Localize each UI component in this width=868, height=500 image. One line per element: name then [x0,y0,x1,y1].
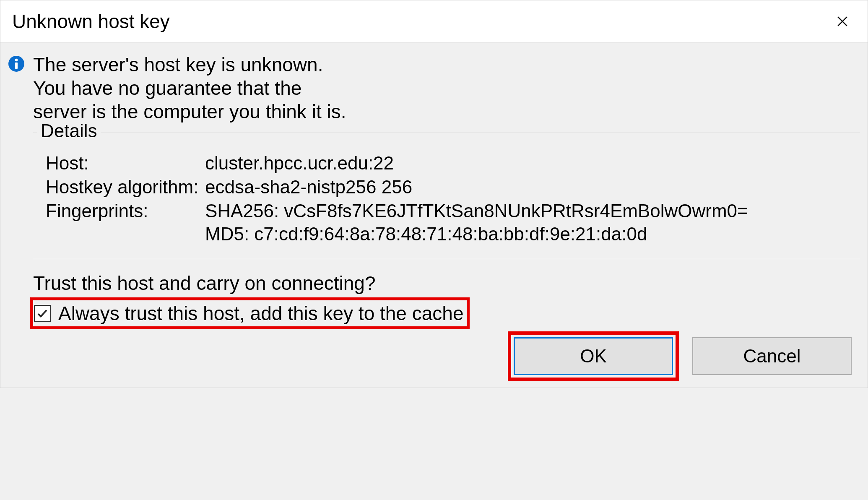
ok-label: OK [580,346,607,367]
ok-button[interactable]: OK [514,337,673,375]
button-row: OK Cancel [8,337,852,378]
checkmark-icon [36,307,49,320]
unknown-host-key-dialog: Unknown host key The server's host key i… [0,0,868,388]
fingerprint-sha256: SHA256: vCsF8fs7KE6JTfTKtSan8NUnkPRtRsr4… [205,199,847,222]
cancel-label: Cancel [743,346,801,367]
close-icon [836,15,849,28]
always-trust-checkbox[interactable]: Always trust this host, add this key to … [33,300,467,326]
dialog-body: The server's host key is unknown. You ha… [0,43,868,388]
svg-rect-3 [15,62,18,69]
fingerprints-value: SHA256: vCsF8fs7KE6JTfTKtSan8NUnkPRtRsr4… [205,199,847,245]
algorithm-value: ecdsa-sha2-nistp256 256 [205,175,847,198]
detail-row-algorithm: Hostkey algorithm: ecdsa-sha2-nistp256 2… [46,175,847,198]
close-button[interactable] [829,8,856,35]
checkbox-box [34,305,51,322]
details-legend: Details [37,120,101,141]
fingerprints-label: Fingerprints: [46,199,205,245]
host-label: Host: [46,151,205,174]
titlebar: Unknown host key [0,0,868,43]
trust-prompt: Trust this host and carry on connecting? [33,272,860,294]
detail-row-host: Host: cluster.hpcc.ucr.edu:22 [46,151,847,174]
message-row: The server's host key is unknown. You ha… [8,53,860,123]
cancel-button[interactable]: Cancel [692,337,852,375]
message-text: The server's host key is unknown. You ha… [33,53,352,123]
algorithm-label: Hostkey algorithm: [46,175,205,198]
fingerprint-md5: MD5: c7:cd:f9:64:8a:78:48:71:48:ba:bb:df… [205,222,847,245]
always-trust-label: Always trust this host, add this key to … [58,302,463,325]
host-value: cluster.hpcc.ucr.edu:22 [205,151,847,174]
svg-point-4 [15,59,18,61]
details-group: Details Host: cluster.hpcc.ucr.edu:22 Ho… [33,133,860,259]
detail-row-fingerprints: Fingerprints: SHA256: vCsF8fs7KE6JTfTKtS… [46,199,847,245]
dialog-title: Unknown host key [12,10,170,33]
info-icon [8,55,25,72]
